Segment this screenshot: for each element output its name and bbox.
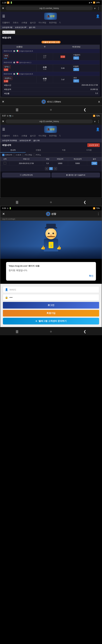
task-close-btn[interactable]: ✕ (2, 100, 4, 104)
close-app-btn[interactable]: ✕ (2, 212, 5, 216)
app-icon: 🎩 (46, 212, 50, 216)
row-checkbox[interactable] (4, 162, 6, 164)
sys-recent-btn-3[interactable]: ❮ (83, 330, 86, 333)
batch-delete-btn[interactable]: 🗑 홍유된 경기 일괄처새 (52, 173, 100, 177)
tab-cross[interactable]: 크로스 (12, 21, 20, 25)
tab-realtime[interactable]: 실시간 (29, 21, 37, 25)
tab-minigame[interactable]: 미니게임 (37, 21, 48, 25)
pw-input[interactable] (10, 296, 97, 299)
hero-hat-brim (45, 227, 57, 228)
sys-recent-btn-1[interactable]: ❮ (83, 108, 86, 112)
flag-2: 🇩🇰 (16, 61, 19, 64)
match-row-3: 유벤투스 1.49 4.56 7.47 7.47 코모 (3, 76, 100, 83)
tab-inplay-2[interactable]: 인플레이 (1, 134, 11, 138)
league-1: [이탈리아]세리에 A (19, 50, 33, 52)
close-tab-btn-2[interactable]: ✕ (2, 120, 4, 123)
table-row: 2024-08-20 01:17:09 5.3 10000 53000 적중 (1, 161, 102, 166)
tab-more-2[interactable]: L (58, 134, 62, 138)
hamburger-icon-2[interactable]: ☰ (2, 128, 5, 131)
check-all[interactable] (2, 154, 5, 156)
status-bar-1: 1:18 📶 🔋 ▲▼ 📶 14% (0, 0, 102, 5)
down-arrow-2: ∨ (94, 120, 96, 123)
status-bar-2: 5:57 ⊙ 📷 ♫ 📶 72% (0, 114, 102, 118)
sys-home-btn-2[interactable]: ○ (50, 200, 52, 204)
tab-more[interactable]: L (58, 21, 62, 25)
filter-tab-progress[interactable]: 진행중 (26, 148, 51, 152)
alert-title: 'https://ssjj-22.com' 페이지 내용: (9, 264, 93, 268)
info-time-val: 2024-08-20 01:17:09 (82, 84, 98, 86)
tab-tokengame-2[interactable]: 토큰게임 (48, 134, 58, 138)
away-odds-2: 5.00 (53, 64, 73, 72)
hero-emblem: ⚓ (49, 242, 53, 248)
page-current-btn[interactable]: 1 (49, 167, 53, 170)
sys-home-btn-1[interactable]: ○ (50, 108, 52, 112)
flag-1: 🇮🇹 (16, 50, 19, 52)
url-bar-1[interactable]: ssjj-22.com/bet_history (6, 6, 93, 10)
more-btn-2[interactable]: ⋮ (97, 120, 100, 123)
user-icon-1[interactable]: 👤 (96, 14, 100, 18)
delete-selected-btn[interactable]: ☐ 선택내역삭제 (2, 173, 50, 177)
close-tab-btn-1[interactable]: ✕ (2, 6, 4, 10)
url-bar-2[interactable]: ssjj-22.com/bet_history (6, 120, 93, 123)
alert-confirm-btn[interactable]: 확인 (89, 274, 93, 278)
spacer-2 (0, 178, 102, 198)
site-header-1: ☰ 🎩 선장 👤 (0, 12, 102, 21)
col-expected: 예상당금액 (68, 157, 87, 161)
hamburger-icon-1[interactable]: ☰ (2, 14, 5, 18)
telegram-btn[interactable]: ✈ 텔레그램 고객센터 문의하기 (3, 318, 99, 324)
tab-tokengame[interactable]: 토큰게임 (48, 21, 58, 25)
status-icons-2: ⊙ 📷 ♫ (7, 115, 13, 117)
tab-minigame-2[interactable]: 미니게임 (37, 134, 48, 138)
battery-1: 14% (96, 2, 100, 4)
balance-bar-2: 보유금액 53,000원 보유포인트 0P 골드 0G (0, 139, 102, 142)
filter-tab-hit[interactable]: 적중 (51, 148, 76, 152)
signal-icons-2: 📶 72% (93, 115, 100, 117)
register-btn[interactable]: 회원가입 (3, 310, 99, 316)
window-2: 5:57 ⊙ 📷 ♫ 📶 72% ✕ ssjj-22.com/bet_histo… (0, 114, 102, 198)
status-left-2: 5:57 ⊙ 📷 ♫ (2, 115, 13, 117)
login-pw-field: 🔒 (3, 294, 99, 301)
id-input[interactable] (10, 288, 97, 291)
check-mini[interactable] (22, 154, 24, 156)
tab-special-2[interactable]: 스페셜 (20, 134, 28, 138)
tab-inplay[interactable]: 인플레이 (1, 21, 11, 25)
tab-special[interactable]: 스페셜 (20, 21, 28, 25)
sys-home-btn-3[interactable]: ○ (50, 330, 52, 333)
balance-bar-1: 보유금액 0원 보유포인트 0P 골드 0G (0, 26, 102, 29)
more-btn-1[interactable]: ⋮ (97, 6, 100, 10)
balance-label-2: 보유금액 53,000원 (2, 139, 17, 142)
page-prev-btn[interactable]: ‹ (45, 167, 48, 170)
check-sports[interactable] (13, 154, 15, 156)
sys-chevron-icon-3: ❮ (83, 330, 86, 333)
page-next-btn[interactable]: › (54, 167, 57, 170)
home-team-2: 린덱스 1.62 (3, 64, 37, 72)
app-url-bar[interactable]: ssjj-22.com/login (0, 217, 102, 221)
section-header-1: ◀ ◀ 목록으로 (0, 29, 102, 35)
system-nav-3: ||| ○ ❮ (0, 328, 102, 335)
filter-tab-miss[interactable]: 미적중 (76, 148, 102, 152)
filter-tab-all[interactable]: 전내역 (0, 148, 26, 152)
sys-back-btn-2[interactable]: ||| (16, 200, 18, 204)
info-amount-val: 10,000 원 (90, 88, 98, 90)
check-casino[interactable] (33, 154, 35, 156)
task-expand-btn[interactable]: ∧ (98, 100, 100, 104)
back-arrow-icon: ◀ (3, 31, 4, 33)
site-header-2: ☰ 🎩 선장 👤 (0, 125, 102, 134)
sys-back-btn-3[interactable]: ||| (16, 330, 18, 333)
sys-recent-btn-2[interactable]: ❮ (83, 200, 86, 204)
tab-realtime-2[interactable]: 실시간 (29, 134, 37, 138)
login-btn[interactable]: 로그인 (3, 302, 99, 308)
match-date-3: 08/20 03:45 (4, 73, 12, 75)
manage-btn[interactable]: 선내역 정부 (87, 143, 100, 147)
sys-back-btn-1[interactable]: ||| (16, 108, 18, 112)
logo-2: 🎩 선장 (44, 126, 57, 133)
user-icon-2[interactable]: 👤 (96, 128, 100, 131)
row-time: 2024-08-20 01:17:09 (10, 161, 43, 166)
down-arrow: ∨ (94, 7, 96, 10)
result-btn[interactable]: 적중 (91, 162, 97, 165)
filter-casino-label: 카지노 (36, 154, 41, 156)
filter-tabs-2: 전내역 진행중 적중 미적중 (0, 148, 102, 153)
back-btn-1[interactable]: ◀ ◀ 목록으로 (2, 30, 15, 34)
app-more-btn[interactable]: ⋮ (97, 212, 100, 216)
tab-cross-2[interactable]: 크로스 (12, 134, 20, 138)
